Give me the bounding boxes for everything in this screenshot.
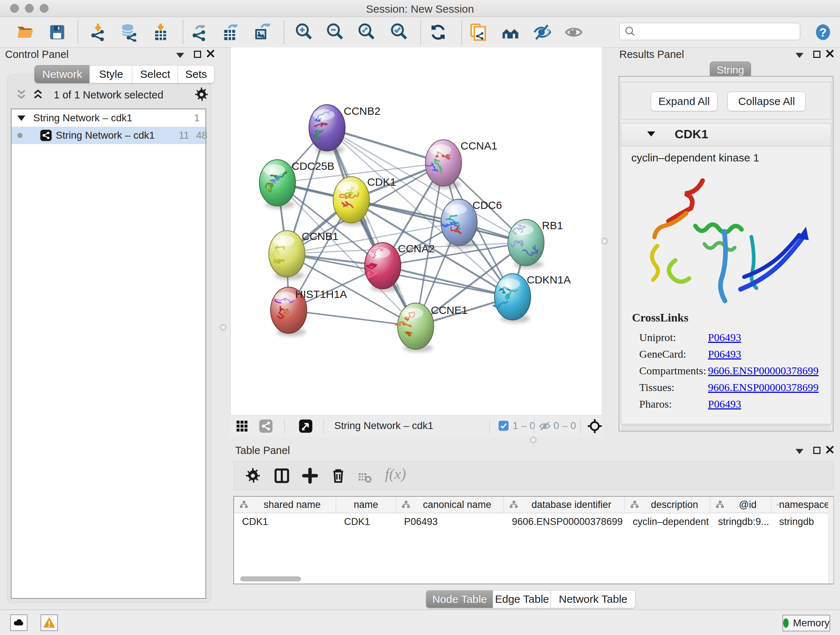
grid-view-icon[interactable] bbox=[235, 420, 248, 432]
function-builder-icon[interactable]: f(x) bbox=[385, 465, 406, 483]
network-node[interactable]: CDKN1A bbox=[493, 274, 570, 323]
edge-count: 48 bbox=[196, 130, 207, 141]
current-network-name: String Network – cdk1 bbox=[334, 420, 433, 432]
expand-all-button[interactable]: Expand All bbox=[651, 92, 717, 111]
collapse-all-button[interactable]: Collapse All bbox=[728, 92, 806, 111]
network-node[interactable]: CCNE1 bbox=[395, 303, 468, 352]
cloud-status-icon[interactable] bbox=[10, 614, 27, 631]
import-network-database-icon[interactable] bbox=[118, 22, 139, 42]
table-panel-float-icon[interactable] bbox=[813, 447, 821, 454]
control-panel-collapse-icon[interactable] bbox=[176, 53, 184, 58]
network-thumbnail-icon[interactable] bbox=[259, 419, 273, 433]
table-panel-close-icon[interactable] bbox=[826, 445, 834, 454]
pharos-link[interactable]: P06493 bbox=[708, 398, 741, 410]
network-options-gear-icon[interactable] bbox=[194, 87, 209, 102]
genecard-link[interactable]: P06493 bbox=[708, 348, 741, 360]
delete-table-icon[interactable] bbox=[357, 470, 372, 485]
node-table[interactable]: shared name name canonical name database… bbox=[233, 496, 834, 584]
zoom-in-icon[interactable] bbox=[294, 22, 314, 42]
network-node[interactable]: RB1 bbox=[508, 219, 563, 269]
import-table-file-icon[interactable] bbox=[150, 22, 171, 42]
crosslink-row: Tissues:9606.ENSP00000378699 bbox=[639, 379, 827, 396]
delete-column-trash-icon[interactable] bbox=[330, 467, 347, 484]
scrollbar-thumb[interactable] bbox=[240, 576, 301, 581]
results-panel-close-icon[interactable] bbox=[826, 49, 834, 58]
column-header[interactable]: namespace bbox=[771, 497, 829, 513]
export-table-icon[interactable] bbox=[220, 22, 240, 42]
open-session-icon[interactable] bbox=[15, 22, 35, 42]
node-section-header[interactable]: CDK1 bbox=[621, 124, 831, 146]
column-header[interactable]: @id bbox=[710, 497, 771, 513]
control-panel-close-icon[interactable] bbox=[206, 49, 215, 58]
results-panel-float-icon[interactable] bbox=[813, 51, 821, 58]
search-input[interactable] bbox=[619, 23, 800, 40]
table-panel-collapse-icon[interactable] bbox=[796, 449, 804, 454]
tab-network[interactable]: Network bbox=[34, 65, 90, 83]
node-section-title: CDK1 bbox=[675, 127, 708, 141]
create-column-icon[interactable] bbox=[302, 467, 318, 484]
network-icon bbox=[40, 129, 52, 141]
table-gear-icon[interactable] bbox=[245, 467, 261, 484]
network-node[interactable]: CCNB2 bbox=[309, 105, 381, 154]
tab-network-table[interactable]: Network Table bbox=[551, 590, 636, 608]
right-splitter-handle[interactable] bbox=[601, 238, 608, 244]
tab-select[interactable]: Select bbox=[132, 65, 178, 83]
control-panel-float-icon[interactable] bbox=[194, 51, 201, 58]
zoom-out-icon[interactable] bbox=[325, 22, 345, 42]
birdseye-view-icon[interactable] bbox=[298, 419, 313, 433]
export-network-icon[interactable] bbox=[189, 22, 210, 42]
tab-style[interactable]: Style bbox=[89, 65, 133, 83]
warning-status-icon[interactable] bbox=[41, 614, 58, 631]
refresh-icon[interactable] bbox=[428, 22, 448, 42]
results-scrollbar[interactable] bbox=[622, 425, 831, 431]
memory-button[interactable]: Memory bbox=[783, 615, 830, 631]
table-vertical-scrollbar[interactable] bbox=[828, 497, 834, 584]
network-node[interactable]: CDC25B bbox=[259, 160, 334, 209]
table-row[interactable]: CDK1 CDK1 P06493 9606.ENSP00000378699 cy… bbox=[234, 513, 833, 530]
column-header[interactable]: canonical name bbox=[396, 497, 504, 513]
network-row-selected[interactable]: String Network – cdk1 11 48 bbox=[11, 127, 205, 144]
column-header[interactable]: name bbox=[336, 497, 396, 513]
uniprot-link[interactable]: P06493 bbox=[708, 331, 741, 343]
column-header[interactable]: database identifier bbox=[504, 497, 625, 513]
svg-text:?: ? bbox=[819, 26, 827, 39]
tab-edge-table[interactable]: Edge Table bbox=[493, 590, 551, 608]
window-title: Session: New Session bbox=[0, 3, 840, 15]
bottom-splitter-handle[interactable] bbox=[530, 437, 537, 443]
memory-label: Memory bbox=[793, 617, 829, 629]
import-network-file-icon[interactable] bbox=[88, 22, 108, 42]
save-session-icon[interactable] bbox=[47, 22, 67, 42]
network-view-canvas[interactable]: CCNB2CCNA1CDC25BCDK1CDC6RB1CCNB1CCNA2CDK… bbox=[231, 48, 602, 415]
column-header[interactable]: description bbox=[625, 497, 710, 513]
table-horizontal-scrollbar[interactable] bbox=[235, 576, 827, 582]
show-columns-icon[interactable] bbox=[273, 467, 290, 484]
hide-graphics-icon[interactable] bbox=[532, 22, 553, 42]
tab-sets[interactable]: Sets bbox=[178, 65, 215, 83]
section-collapse-icon[interactable] bbox=[647, 131, 655, 136]
tissues-link[interactable]: 9606.ENSP00000378699 bbox=[708, 381, 819, 393]
compartments-link[interactable]: 9606.ENSP00000378699 bbox=[708, 364, 819, 377]
network-node[interactable]: HIST1H1A bbox=[271, 287, 347, 336]
help-icon[interactable]: ? bbox=[813, 22, 833, 42]
tab-node-table[interactable]: Node Table bbox=[426, 590, 493, 608]
export-image-icon[interactable] bbox=[251, 22, 272, 42]
tree-expand-icon[interactable] bbox=[17, 116, 25, 121]
crosslink-row: Pharos:P06493 bbox=[639, 396, 827, 412]
network-edge[interactable] bbox=[289, 310, 416, 326]
results-panel-collapse-icon[interactable] bbox=[796, 53, 804, 58]
network-node[interactable]: CDK1 bbox=[333, 176, 396, 226]
fit-selection-crosshair-icon[interactable] bbox=[587, 418, 602, 434]
clone-network-icon[interactable] bbox=[468, 22, 488, 42]
network-collection-row[interactable]: String Network – cdk1 1 bbox=[11, 109, 205, 127]
network-node[interactable]: CCNA2 bbox=[365, 242, 435, 292]
show-graphics-icon[interactable] bbox=[564, 22, 584, 42]
column-header[interactable]: shared name bbox=[234, 497, 336, 513]
left-splitter-handle[interactable] bbox=[220, 324, 226, 331]
zoom-selected-icon[interactable] bbox=[389, 22, 409, 42]
network-node[interactable]: CCNB1 bbox=[269, 230, 339, 280]
zoom-fit-icon[interactable] bbox=[356, 22, 377, 42]
selected-nodes-checkbox-icon[interactable] bbox=[498, 420, 509, 431]
toolbar-separator bbox=[284, 21, 284, 44]
first-neighbors-icon[interactable] bbox=[500, 22, 521, 42]
network-node[interactable]: CCNA1 bbox=[425, 140, 497, 189]
